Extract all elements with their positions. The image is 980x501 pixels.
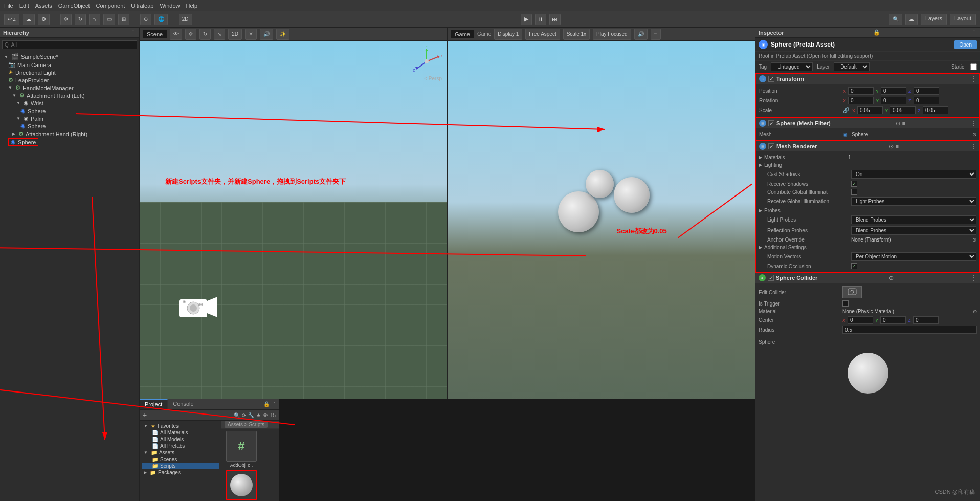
game-tab[interactable]: Game [451,30,474,38]
scene-light-btn[interactable]: ☀ [245,29,257,40]
pivot-btn[interactable]: ⊙ [140,14,151,25]
rotate-tool[interactable]: ↻ [75,14,86,25]
scale-tool[interactable]: ⤡ [89,14,100,25]
console-tab[interactable]: Console [168,399,199,409]
hierarchy-item-sphere-selected[interactable]: ◉ Sphere [0,138,139,146]
settings-btn[interactable]: ⚙ [38,14,50,25]
sphere-collider-header[interactable]: ● ✓ Sphere Collider ⊙ ≡ ⋮ [755,273,980,283]
mesh-renderer-checkbox[interactable]: ✓ [768,143,774,149]
project-lock-icon[interactable]: 🔒 [263,401,270,407]
tree-scripts[interactable]: 📁 Scripts [142,463,219,469]
scene-sound-btn[interactable]: 🔊 [260,29,273,40]
anchor-override-picker[interactable]: ⊙ [972,237,976,243]
tree-all-materials[interactable]: 📄 All Materials [142,429,219,436]
position-z[interactable] [914,87,939,95]
mr-options-1[interactable]: ⊙ [889,143,894,150]
hierarchy-search-input[interactable] [2,40,137,49]
hierarchy-item-leapprovider[interactable]: ⚙ LeapProvider [0,76,139,84]
hierarchy-item-samplescene[interactable]: ▼ 🎬 SampleScene* [0,53,139,61]
layers-button[interactable]: Layers [921,14,947,25]
project-tab[interactable]: Project [140,399,168,409]
light-probes-dropdown[interactable]: Blend Probes [851,215,976,224]
sc-options-2[interactable]: ≡ [896,275,899,281]
aspect-btn[interactable]: Free Aspect [525,29,560,40]
inspector-open-btn[interactable]: Open [954,40,977,49]
menu-window[interactable]: Window [160,3,180,9]
center-z[interactable] [913,316,939,324]
hierarchy-item-handmodelmanager[interactable]: ▼ ⚙ HandModelManager [0,84,139,92]
playfocused-btn[interactable]: Play Focused [593,29,631,40]
inspector-options-icon[interactable]: ⋮ [971,29,977,36]
tree-packages[interactable]: ▶ 📁 Packages [142,469,219,476]
contribute-gi-checkbox[interactable] [851,189,857,195]
center-x[interactable] [848,316,873,324]
edit-collider-btn[interactable] [842,286,862,298]
asset-item-sphere[interactable]: Sphere [224,470,259,501]
reflection-probes-dropdown[interactable]: Blend Probes [851,226,976,235]
hierarchy-item-sphere-wrist[interactable]: ◉ Sphere [0,107,139,115]
undo-btn[interactable]: ↩ z [4,14,19,25]
rotation-y[interactable] [881,97,906,104]
menu-ultraleap[interactable]: Ultraleap [131,3,153,9]
scale-y[interactable] [890,106,916,114]
mesh-filter-checkbox[interactable]: ✓ [768,120,774,126]
menu-file[interactable]: File [4,3,13,9]
position-y[interactable] [881,87,906,95]
scene-move-btn[interactable]: ✥ [185,29,196,40]
is-trigger-checkbox[interactable] [842,300,849,307]
sc-options-3[interactable]: ⋮ [971,274,977,281]
hierarchy-item-wrist[interactable]: ▼ ◉ Wrist [0,99,139,107]
mesh-renderer-header[interactable]: ⊞ ✓ Mesh Renderer ⊙ ≡ ⋮ [756,141,979,151]
receive-gi-dropdown[interactable]: Light Probes [851,197,976,206]
menu-gameobject[interactable]: GameObject [58,3,90,9]
move-tool[interactable]: ✥ [60,14,72,25]
scene-rotate-btn[interactable]: ↻ [199,29,211,40]
scale-z[interactable] [923,106,948,114]
game-stats-btn[interactable]: ≡ [651,29,661,40]
receive-shadows-checkbox[interactable]: ✓ [851,181,857,187]
step-button[interactable]: ⏭ [549,14,561,25]
position-x[interactable] [848,87,874,95]
hierarchy-item-sphere-palm[interactable]: ◉ Sphere [0,122,139,130]
project-star-btn[interactable]: ★ [256,412,261,418]
transform-tool[interactable]: ⊞ [118,14,129,25]
play-button[interactable]: ▶ [521,14,532,25]
inspector-lock-icon[interactable]: 🔒 [873,29,880,36]
project-search-btn[interactable]: 🔍 [234,412,240,418]
scene-tab[interactable]: Scene [143,30,167,38]
material-picker[interactable]: ⊙ [973,309,977,314]
display-btn[interactable]: Display 1 [494,29,522,40]
game-mute-btn[interactable]: 🔊 [634,29,648,40]
mesh-filter-header[interactable]: ⊞ ✓ Sphere (Mesh Filter) ⊙ ≡ ⋮ [756,118,979,128]
sphere-collider-checkbox[interactable]: ✓ [768,275,774,281]
mr-options-2[interactable]: ≡ [896,143,899,149]
add-btn[interactable]: + [143,411,147,419]
pause-button[interactable]: ⏸ [535,14,546,25]
scene-scale-btn[interactable]: ⤡ [214,29,225,40]
tree-assets[interactable]: ▼ 📁 Assets [142,449,219,456]
sc-options-1[interactable]: ⊙ [889,275,894,281]
static-checkbox[interactable] [970,63,977,70]
layout-button[interactable]: Layout [950,14,976,25]
dynamic-occlusion-checkbox[interactable]: ✓ [851,263,857,269]
hierarchy-options[interactable]: ⋮ [130,29,136,36]
project-filter-btn[interactable]: 🔧 [248,412,254,418]
tree-all-prefabs[interactable]: 📄 All Prefabs [142,443,219,449]
mr-options-3[interactable]: ⋮ [970,143,976,150]
mesh-filter-options-2[interactable]: ≡ [902,120,905,126]
hierarchy-item-palm[interactable]: ▼ ◉ Palm [0,115,139,122]
transform-checkbox[interactable]: ✓ [768,76,774,82]
snap-btn[interactable]: ☁ [23,14,35,25]
transform-options[interactable]: ⋮ [970,75,976,82]
center-y[interactable] [880,316,906,324]
search-btn[interactable]: 🔍 [889,14,902,25]
asset-item-addobjto[interactable]: # AddObjTo.. [224,431,259,468]
2d-btn[interactable]: 2D [179,14,192,25]
mesh-filter-options-1[interactable]: ⊙ [896,120,900,127]
hierarchy-item-attachmentleft[interactable]: ▼ ⚙ Attachment Hand (Left) [0,92,139,99]
hierarchy-item-attachmentright[interactable]: ▶ ⚙ Attachment Hand (Right) [0,130,139,138]
cast-shadows-dropdown[interactable]: On [851,170,976,179]
tree-favorites[interactable]: ▼ ★ Favorites [142,423,219,429]
scene-eye-btn[interactable]: 👁 [170,29,182,40]
mesh-picker-icon[interactable]: ⊙ [972,132,976,137]
